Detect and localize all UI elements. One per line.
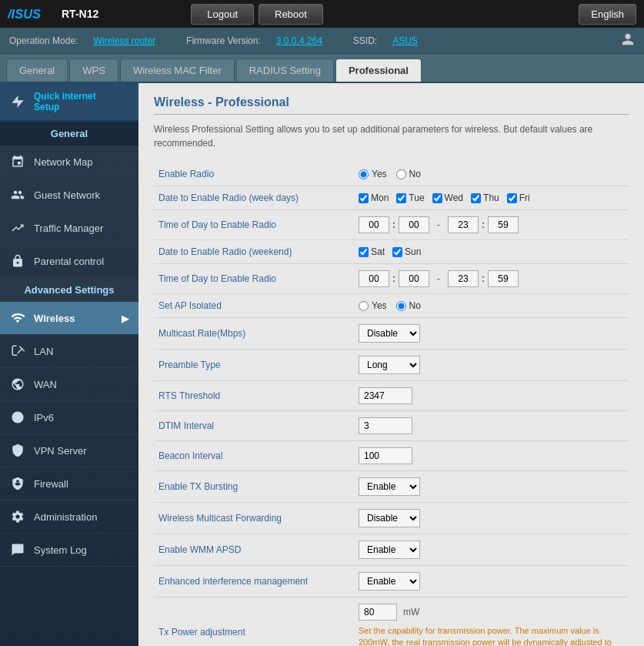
setting-value: Enable Disable <box>354 566 629 597</box>
table-row: Date to Enable Radio (week days) Mon Tue… <box>154 186 629 210</box>
setting-label: Date to Enable Radio (week days) <box>154 186 354 210</box>
traffic-manager-label: Traffic Manager <box>34 223 103 234</box>
guest-network-label: Guest Network <box>34 189 100 201</box>
quick-setup-label: Quick InternetSetup <box>34 91 96 112</box>
table-row: Multicast Rate(Mbps) Disable 1 2 5.5 11 <box>154 318 629 350</box>
main-layout: Quick InternetSetup General Network Map … <box>0 83 644 646</box>
vpn-server-icon <box>9 442 26 459</box>
setting-label: RTS Threshold <box>154 381 354 411</box>
tx-power-input[interactable] <box>359 604 397 621</box>
sidebar-item-quick-setup[interactable]: Quick InternetSetup <box>0 83 138 122</box>
sidebar-item-wan[interactable]: WAN <box>0 368 138 401</box>
wireless-label: Wireless <box>34 313 75 324</box>
setting-label: Tx Power adjustment <box>154 597 354 647</box>
sidebar-item-network-map[interactable]: Network Map <box>0 146 138 179</box>
checkbox-tue[interactable]: Tue <box>396 192 424 203</box>
setting-value: Disable 1 2 5.5 11 <box>354 318 629 350</box>
header: /ISUS RT-N12 Logout Reboot English <box>0 0 644 28</box>
table-row: RTS Threshold <box>154 381 629 411</box>
setting-value: Mon Tue Wed Thu Fri <box>354 186 629 210</box>
preamble-type-select[interactable]: Long Short <box>359 356 420 374</box>
ap-isolated-yes[interactable]: Yes <box>359 300 387 311</box>
rts-threshold-input[interactable] <box>359 387 412 404</box>
table-row: DTIM Interval <box>154 411 629 441</box>
sidebar-item-administration[interactable]: Administration <box>0 500 138 534</box>
ssid-value[interactable]: ASUS <box>392 35 418 46</box>
setting-value: Yes No <box>354 294 629 318</box>
reboot-button[interactable]: Reboot <box>259 4 323 25</box>
sidebar-item-vpn-server[interactable]: VPN Server <box>0 434 138 467</box>
logout-button[interactable]: Logout <box>191 4 254 25</box>
setting-value: Long Short <box>354 350 629 381</box>
multicast-forwarding-select[interactable]: Disable Enable <box>359 509 420 527</box>
tab-radius[interactable]: RADIUS Setting <box>236 59 334 82</box>
interference-mgmt-select[interactable]: Enable Disable <box>359 572 420 591</box>
time-end-hour[interactable] <box>448 216 479 233</box>
checkbox-mon[interactable]: Mon <box>359 192 389 203</box>
sidebar-item-wireless[interactable]: Wireless ▶ <box>0 302 138 335</box>
checkbox-sun[interactable]: Sun <box>392 246 421 257</box>
setting-value <box>354 381 629 411</box>
user-icon <box>621 32 635 49</box>
sidebar-item-ipv6[interactable]: IPv6 <box>0 401 138 434</box>
time-we-start-min[interactable] <box>399 270 429 287</box>
checkbox-wed[interactable]: Wed <box>432 192 463 203</box>
tx-bursting-select[interactable]: Enable Disable <box>359 477 420 496</box>
sidebar-item-lan[interactable]: LAN <box>0 335 138 368</box>
table-row: Preamble Type Long Short <box>154 350 629 381</box>
table-row: Enable TX Bursting Enable Disable <box>154 471 629 503</box>
ap-isolated-no[interactable]: No <box>396 300 421 311</box>
setting-value: Disable Enable <box>354 503 629 534</box>
setting-value <box>354 441 629 471</box>
power-unit: mW <box>403 607 419 618</box>
page-title: Wireless - Professional <box>154 95 629 115</box>
language-selector[interactable]: English <box>579 4 636 25</box>
radio-no[interactable]: No <box>396 169 421 179</box>
firmware-value[interactable]: 3.0.0.4.264 <box>276 35 322 46</box>
system-log-icon <box>9 541 26 558</box>
table-row: Tx Power adjustment mW Set the capabilit… <box>154 597 629 647</box>
sidebar-item-parental-control[interactable]: Parental control <box>0 245 138 278</box>
time-we-end-min[interactable] <box>488 270 519 287</box>
time-dash-2: - <box>437 273 440 284</box>
time-start-hour[interactable] <box>359 216 389 233</box>
tab-wps[interactable]: WPS <box>69 59 118 82</box>
checkbox-sat[interactable]: Sat <box>359 246 385 257</box>
guest-network-icon <box>9 186 26 203</box>
multicast-rate-select[interactable]: Disable 1 2 5.5 11 <box>359 324 420 343</box>
parental-control-icon <box>9 253 26 269</box>
operation-mode-value[interactable]: Wireless router <box>93 35 155 46</box>
wireless-icon <box>9 310 26 326</box>
system-log-label: System Log <box>34 544 87 556</box>
sidebar-item-traffic-manager[interactable]: Traffic Manager <box>0 212 138 245</box>
vpn-server-label: VPN Server <box>34 445 87 457</box>
setting-label: Enable TX Bursting <box>154 471 354 503</box>
time-colon-2: : <box>482 219 485 230</box>
tab-professional[interactable]: Professional <box>335 59 422 82</box>
wmm-apsd-select[interactable]: Enable Disable <box>359 541 420 559</box>
time-start-min[interactable] <box>399 216 429 233</box>
network-map-label: Network Map <box>34 156 93 168</box>
tab-general[interactable]: General <box>6 59 68 82</box>
sidebar-item-guest-network[interactable]: Guest Network <box>0 179 138 212</box>
checkbox-thu[interactable]: Thu <box>471 192 499 203</box>
firewall-label: Firewall <box>34 478 68 490</box>
firewall-icon <box>9 475 26 492</box>
administration-label: Administration <box>34 511 97 523</box>
sidebar-item-system-log[interactable]: System Log <box>0 534 138 567</box>
time-colon-1: : <box>392 219 395 230</box>
radio-yes[interactable]: Yes <box>359 169 387 179</box>
time-dash-1: - <box>437 219 440 230</box>
dtim-interval-input[interactable] <box>359 417 412 434</box>
time-we-end-hour[interactable] <box>448 270 479 287</box>
tab-mac-filter[interactable]: Wireless MAC Filter <box>120 59 235 82</box>
ipv6-icon <box>9 409 26 426</box>
checkbox-fri[interactable]: Fri <box>507 192 530 203</box>
sidebar-item-firewall[interactable]: Firewall <box>0 467 138 500</box>
setting-value: Enable Disable <box>354 471 629 503</box>
time-we-start-hour[interactable] <box>359 270 389 287</box>
time-end-min[interactable] <box>488 216 519 233</box>
table-row: Enhanced interference management Enable … <box>154 566 629 597</box>
beacon-interval-input[interactable] <box>359 447 412 464</box>
wan-icon <box>9 376 26 393</box>
